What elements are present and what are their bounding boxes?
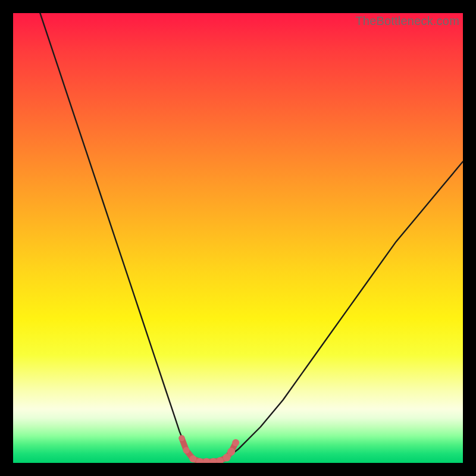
plot-area: TheBottleneck.com (13, 13, 463, 463)
bottleneck-curve (40, 13, 463, 462)
optimal-marker-dot (183, 447, 190, 453)
optimal-marker-dot (227, 448, 235, 456)
optimal-marker-dot (232, 439, 239, 446)
optimal-marker-dot (179, 435, 185, 441)
watermark-text: TheBottleneck.com (355, 14, 459, 28)
chart-frame: TheBottleneck.com (0, 0, 476, 476)
curve-layer (13, 13, 463, 463)
optimal-marker-dot (189, 455, 196, 462)
